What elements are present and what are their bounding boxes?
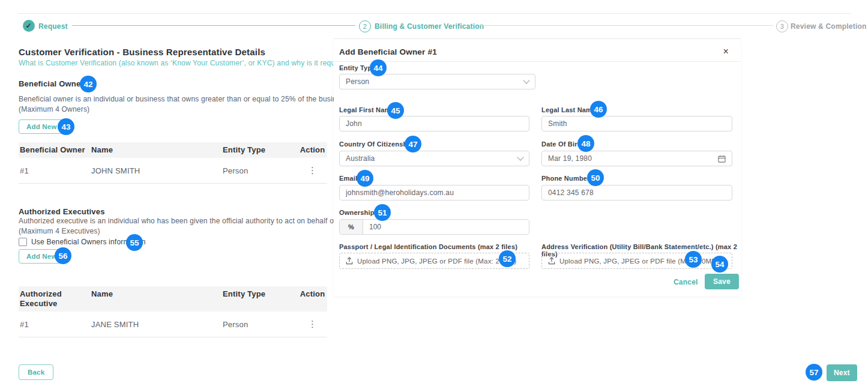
upload-icon [548, 257, 555, 265]
country-value: Australia [346, 154, 375, 163]
authorized-executives-heading: Authorized Executives [19, 207, 105, 216]
upload-icon [346, 257, 353, 265]
entity-type-select[interactable]: Person [339, 74, 535, 89]
beneficial-owners-max-note: (Maximum 4 Owners) [19, 105, 89, 113]
authorized-executives-max-note: (Maximum 4 Executives) [19, 227, 100, 235]
beneficial-owners-table: Beneficial Owner Name Entity Type Action… [19, 142, 327, 184]
chevron-down-icon [517, 154, 523, 160]
top-divider [18, 13, 851, 14]
annotation-badge-57: 57 [806, 364, 822, 381]
kebab-menu-icon[interactable]: ⋮ [308, 165, 317, 175]
phone-number-label: Phone Number [541, 175, 590, 182]
modal-title: Add Beneficial Owner #1 [339, 47, 437, 56]
upload-hint: Upload PNG, JPG, JPEG or PDF file (Max: … [357, 258, 516, 265]
legal-first-name-input[interactable] [339, 116, 529, 131]
use-beneficial-info-row: Use Beneficial Owners information [19, 238, 146, 246]
legal-last-name-label: Legal Last Name [541, 106, 595, 113]
executive-id: #1 [19, 320, 91, 329]
owner-id: #1 [19, 166, 91, 175]
ownership-input[interactable] [363, 220, 529, 234]
step-billing-label[interactable]: Billing & Customer Verification [375, 22, 484, 31]
email-label: Email [339, 175, 357, 182]
entity-type-label: Entity Type [339, 64, 376, 71]
save-button[interactable]: Save [705, 274, 739, 289]
col-entity-type: Entity Type [223, 145, 298, 155]
col-action: Action [298, 145, 327, 155]
owner-name: JOHN SMITH [91, 166, 223, 175]
authorized-executives-table: Authorized Executive Name Entity Type Ac… [19, 286, 327, 337]
passport-upload-dropzone[interactable]: Upload PNG, JPG, JPEG or PDF file (Max: … [339, 253, 529, 269]
chevron-down-icon [523, 77, 529, 83]
legal-first-name-label: Legal First Name [339, 106, 394, 113]
use-beneficial-info-checkbox[interactable] [19, 238, 27, 246]
kebab-menu-icon[interactable]: ⋮ [308, 319, 317, 329]
executive-entity-type: Person [223, 320, 298, 329]
passport-upload-label: Passport / Legal Identification Document… [339, 243, 517, 250]
ownership-label: Ownership [339, 209, 375, 216]
date-of-birth-input[interactable]: Mar 19, 1980 [541, 151, 732, 166]
cancel-button[interactable]: Cancel [674, 278, 698, 286]
col-entity-type: Entity Type [223, 289, 298, 299]
back-button[interactable]: Back [19, 364, 53, 380]
step-review[interactable]: 3 [776, 20, 788, 32]
page: ✓ Request 2 Billing & Customer Verificat… [0, 0, 868, 389]
step-request[interactable]: ✓ [23, 20, 35, 32]
legal-last-name-input[interactable] [541, 116, 732, 131]
step-billing-number: 2 [359, 20, 371, 32]
ownership-field: % [339, 219, 529, 235]
next-button[interactable]: Next [827, 364, 857, 381]
step-billing[interactable]: 2 [359, 20, 371, 32]
address-upload-dropzone[interactable]: Upload PNG, JPG, JPEG or PDF file (Max: … [541, 253, 732, 269]
page-title: Customer Verification - Business Represe… [19, 47, 265, 57]
beneficial-owners-heading: Beneficial Owners [19, 79, 88, 88]
step-connector-1 [72, 25, 355, 26]
close-icon[interactable]: × [723, 47, 729, 56]
calendar-icon [718, 155, 726, 163]
modal-divider [334, 61, 741, 62]
step-connector-2 [479, 25, 773, 26]
owner-entity-type: Person [223, 166, 298, 175]
add-beneficial-owner-modal: Add Beneficial Owner #1 × Entity Type Pe… [334, 38, 741, 296]
step-review-label[interactable]: Review & Completion [791, 22, 866, 31]
col-beneficial-owner: Beneficial Owner [19, 145, 91, 155]
country-of-citizenship-label: Country Of Citizenship [339, 140, 414, 148]
table-row: #1 JANE SMITH Person ⋮ [19, 312, 327, 337]
step-review-number: 3 [776, 20, 788, 32]
kyc-info-link[interactable]: What is Customer Verification (also know… [19, 59, 352, 67]
entity-type-value: Person [346, 77, 369, 86]
col-action: Action [298, 289, 327, 299]
col-name: Name [91, 145, 223, 155]
phone-number-input[interactable] [541, 185, 732, 201]
executive-name: JANE SMITH [91, 320, 223, 329]
percent-prefix: % [340, 220, 363, 234]
add-new-executive-button[interactable]: Add New [19, 249, 65, 264]
date-of-birth-value: Mar 19, 1980 [548, 154, 592, 163]
col-name: Name [91, 289, 223, 299]
table-header: Authorized Executive Name Entity Type Ac… [19, 286, 327, 312]
table-row: #1 JOHN SMITH Person ⋮ [19, 158, 327, 184]
check-icon: ✓ [23, 20, 35, 32]
col-authorized-executive: Authorized Executive [19, 289, 91, 309]
table-header: Beneficial Owner Name Entity Type Action [19, 142, 327, 158]
country-of-citizenship-select[interactable]: Australia [339, 151, 529, 166]
upload-hint: Upload PNG, JPG, JPEG or PDF file (Max: … [559, 258, 719, 265]
email-input[interactable] [339, 185, 529, 201]
add-new-owner-button[interactable]: Add New [19, 119, 65, 134]
date-of-birth-label: Date Of Birth [541, 140, 583, 148]
step-request-label[interactable]: Request [38, 22, 68, 31]
use-beneficial-info-label: Use Beneficial Owners information [31, 238, 146, 246]
